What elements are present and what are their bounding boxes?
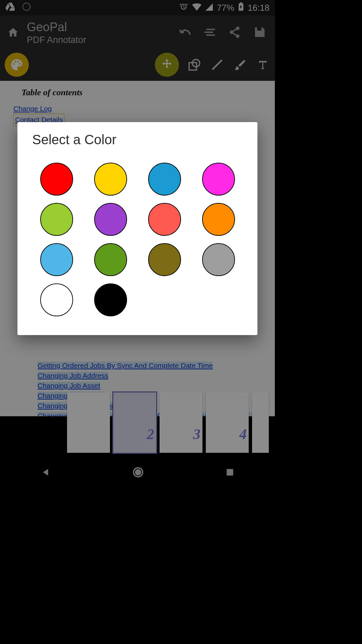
color-swatch-6[interactable] (148, 203, 181, 236)
color-swatch-10[interactable] (148, 243, 181, 276)
color-swatch-5[interactable] (94, 203, 127, 236)
color-swatch-12[interactable] (40, 283, 73, 316)
dialog-title: Select a Color (32, 132, 243, 147)
color-swatch-8[interactable] (40, 243, 73, 276)
color-swatch-13[interactable] (94, 283, 127, 316)
color-swatch-3[interactable] (202, 163, 235, 196)
color-swatch-4[interactable] (40, 203, 73, 236)
color-swatch-9[interactable] (94, 243, 127, 276)
color-swatch-2[interactable] (148, 163, 181, 196)
color-swatch-11[interactable] (202, 243, 235, 276)
color-swatch-7[interactable] (202, 203, 235, 236)
color-swatch-1[interactable] (94, 163, 127, 196)
color-swatch-0[interactable] (40, 163, 73, 196)
color-picker-dialog: Select a Color (17, 122, 257, 335)
